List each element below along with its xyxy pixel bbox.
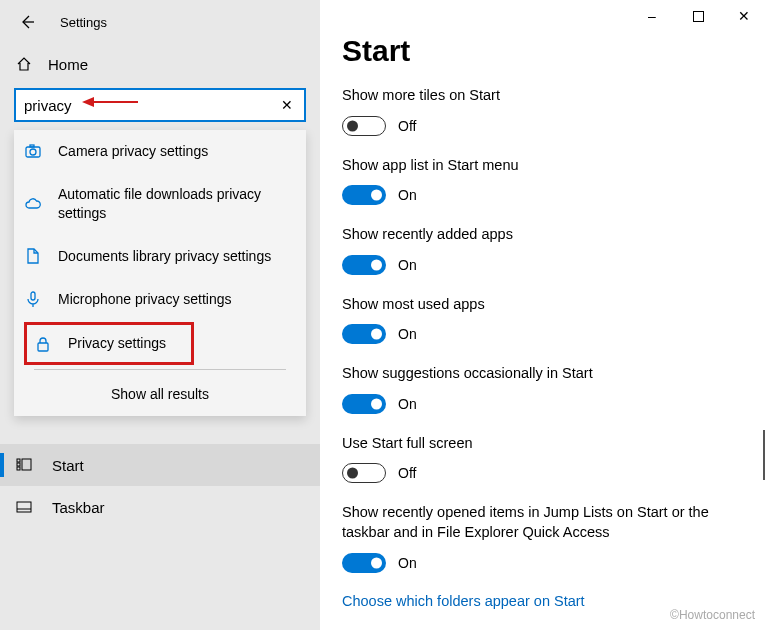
sidebar-item-taskbar[interactable]: Taskbar [0,486,320,528]
toggle-state-label: On [398,326,417,342]
setting-row: Show recently added appsOn [342,225,745,275]
sidebar-item-label: Taskbar [52,499,105,516]
home-icon [16,56,34,72]
minimize-button[interactable]: – [629,0,675,32]
toggle-state-label: Off [398,118,416,134]
search-box[interactable]: ✕ [14,88,306,122]
svg-rect-14 [693,11,703,21]
back-button[interactable] [16,11,38,33]
home-nav-item[interactable]: Home [0,44,320,84]
start-icon [16,457,34,473]
setting-label: Show recently added apps [342,225,745,245]
taskbar-icon [16,499,34,515]
scrollbar-indicator[interactable] [763,430,765,480]
sidebar-item-start[interactable]: Start [0,444,320,486]
camera-icon [24,142,44,160]
setting-label: Use Start full screen [342,434,745,454]
setting-row: Show more tiles on StartOff [342,86,745,136]
svg-point-4 [30,149,36,155]
toggle-switch[interactable] [342,394,386,414]
toggle-switch[interactable] [342,255,386,275]
setting-row: Use Start full screenOff [342,434,745,484]
suggestion-item[interactable]: Automatic file downloads privacy setting… [14,173,306,235]
setting-label: Show recently opened items in Jump Lists… [342,503,745,542]
search-suggestions: Camera privacy settings Automatic file d… [14,130,306,416]
page-title: Start [342,34,745,68]
suggestion-item[interactable]: Camera privacy settings [14,130,306,173]
toggle-state-label: On [398,187,417,203]
lock-icon [34,335,54,353]
toggle-state-label: On [398,257,417,273]
suggestion-label: Microphone privacy settings [58,290,294,309]
suggestion-item[interactable]: Microphone privacy settings [14,278,306,321]
title-bar-left: Settings [0,0,320,44]
svg-rect-6 [31,292,35,300]
divider [34,369,286,370]
svg-rect-10 [17,467,20,470]
svg-rect-11 [22,459,31,470]
setting-row: Show most used appsOn [342,295,745,345]
window-controls: – ✕ [629,0,767,32]
annotation-arrow-icon [82,96,138,108]
toggle-switch[interactable] [342,185,386,205]
suggestion-item[interactable]: Documents library privacy settings [14,235,306,278]
clear-search-icon[interactable]: ✕ [278,97,296,113]
svg-rect-5 [30,145,34,147]
suggestion-label: Privacy settings [68,334,182,353]
toggle-switch[interactable] [342,116,386,136]
suggestion-label: Camera privacy settings [58,142,294,161]
microphone-icon [24,290,44,308]
close-button[interactable]: ✕ [721,0,767,32]
watermark: ©Howtoconnect [670,608,755,622]
setting-label: Show suggestions occasionally in Start [342,364,745,384]
setting-label: Show app list in Start menu [342,156,745,176]
svg-rect-9 [17,463,20,466]
setting-row: Show recently opened items in Jump Lists… [342,503,745,572]
setting-row: Show suggestions occasionally in StartOn [342,364,745,414]
suggestion-item-highlighted[interactable]: Privacy settings [24,322,194,365]
suggestion-label: Automatic file downloads privacy setting… [58,185,294,223]
toggle-state-label: On [398,396,417,412]
cloud-icon [24,195,44,213]
suggestion-label: Documents library privacy settings [58,247,294,266]
show-all-results[interactable]: Show all results [14,372,306,416]
sidebar-item-label: Start [52,457,84,474]
svg-rect-12 [17,502,31,512]
home-label: Home [48,56,88,73]
setting-label: Show more tiles on Start [342,86,745,106]
search-input[interactable] [24,97,278,114]
toggle-switch[interactable] [342,553,386,573]
document-icon [24,247,44,265]
maximize-button[interactable] [675,0,721,32]
svg-rect-8 [17,459,20,462]
toggle-switch[interactable] [342,463,386,483]
app-title: Settings [60,15,107,30]
svg-marker-2 [82,97,94,107]
svg-rect-7 [38,343,48,351]
toggle-state-label: On [398,555,417,571]
setting-label: Show most used apps [342,295,745,315]
toggle-switch[interactable] [342,324,386,344]
setting-row: Show app list in Start menuOn [342,156,745,206]
choose-folders-link[interactable]: Choose which folders appear on Start [342,593,745,609]
toggle-state-label: Off [398,465,416,481]
